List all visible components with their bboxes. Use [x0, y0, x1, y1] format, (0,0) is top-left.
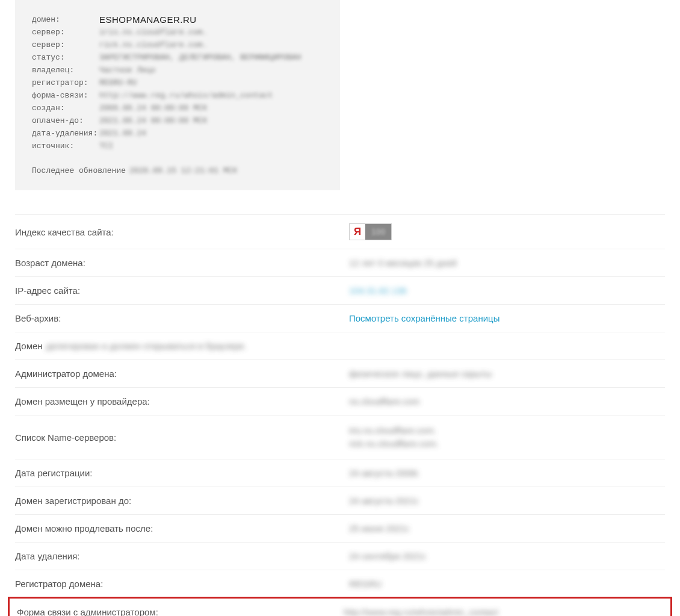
- info-label: Веб-архив:: [15, 313, 349, 323]
- whois-value: iris.ns.cloudflare.com.: [99, 26, 323, 39]
- whois-value: http://www.reg.ru/whois/admin_contact: [99, 89, 323, 102]
- whois-row: форма-связи: http://www.reg.ru/whois/adm…: [32, 89, 323, 102]
- whois-label: сервер:: [32, 26, 99, 39]
- info-row-contact-form: Форма связи с администратором: http://ww…: [8, 597, 672, 616]
- whois-label: создан:: [32, 102, 99, 114]
- whois-label: владелец:: [32, 64, 99, 76]
- ns-value-1: iris.ns.cloudflare.com.: [349, 424, 665, 437]
- whois-row: сервер: iris.ns.cloudflare.com.: [32, 26, 323, 39]
- contact-form-value: http://www.reg.ru/whois/admin_contact: [344, 607, 663, 616]
- info-list: Индекс качества сайта: Я 100 Возраст дом…: [15, 214, 665, 616]
- domain-status-value: делегирован и должен открываться в брауз…: [46, 341, 247, 351]
- whois-domain-value: ESHOPMANAGER.RU: [99, 13, 323, 26]
- info-label: Индекс качества сайта:: [15, 227, 349, 237]
- info-label: Дата удаления:: [15, 551, 349, 561]
- whois-label: оплачен-до:: [32, 114, 99, 127]
- whois-row: домен: ESHOPMANAGER.RU: [32, 13, 323, 26]
- yandex-badge-container: Я 100: [349, 223, 665, 240]
- whois-label: форма-связи:: [32, 89, 99, 102]
- whois-row: источник: TCI: [32, 140, 323, 152]
- info-row-registrar: Регистратор домена: REGRU: [15, 570, 665, 598]
- whois-row: дата-удаления: 2021.09.24: [32, 127, 323, 140]
- info-label: Регистратор домена:: [15, 579, 349, 589]
- info-row-reg-until: Домен зарегистрирован до: 24 августа 202…: [15, 487, 665, 515]
- info-row-nameservers: Список Name-серверов: iris.ns.cloudflare…: [15, 415, 665, 459]
- reg-date-value: 24 августа 2008г.: [349, 468, 665, 478]
- whois-value: rick.ns.cloudflare.com.: [99, 39, 323, 51]
- web-archive-link[interactable]: Посмотреть сохранённые страницы: [349, 313, 665, 323]
- info-label: IP-адрес сайта:: [15, 285, 349, 296]
- whois-block: домен: ESHOPMANAGER.RU сервер: iris.ns.c…: [15, 0, 340, 190]
- whois-value: REGRU-RU: [99, 76, 323, 89]
- info-label: Домен размещен у провайдера:: [15, 396, 349, 406]
- whois-footer: Последнее обновление 2020.09.15 12:21:01…: [32, 164, 323, 177]
- whois-footer-value: 2020.09.15 12:21:01 МСК: [129, 164, 237, 177]
- info-label: Возраст домена:: [15, 258, 349, 268]
- delete-date-value: 24 сентября 2021г.: [349, 551, 665, 561]
- info-row-ip: IP-адрес сайта: 104.31.82.136: [15, 277, 665, 305]
- info-row-renew-after: Домен можно продлевать после: 25 июня 20…: [15, 515, 665, 543]
- renew-after-value: 25 июня 2021г.: [349, 523, 665, 534]
- whois-row: владелец: Частное Лицо: [32, 64, 323, 76]
- info-label: Список Name-серверов:: [15, 432, 349, 443]
- whois-value: 2021.08.24 00:00:00 МСК: [99, 114, 323, 127]
- whois-label: сервер:: [32, 39, 99, 51]
- whois-row: оплачен-до: 2021.08.24 00:00:00 МСК: [32, 114, 323, 127]
- whois-value: TCI: [99, 140, 323, 152]
- ns-value-2: rick.ns.cloudflare.com.: [349, 437, 665, 450]
- info-label: Домен можно продлевать после:: [15, 523, 349, 534]
- yandex-icon: Я: [350, 224, 365, 240]
- info-row-quality: Индекс качества сайта: Я 100: [15, 214, 665, 249]
- whois-value: ЗАРЕГИСТРИРОВАН, ДЕЛЕГИРОВАН, ВЕРИФИЦИРО…: [99, 51, 323, 64]
- whois-row: сервер: rick.ns.cloudflare.com.: [32, 39, 323, 51]
- whois-row: статус: ЗАРЕГИСТРИРОВАН, ДЕЛЕГИРОВАН, ВЕ…: [32, 51, 323, 64]
- registrar-value: REGRU: [349, 579, 665, 589]
- whois-row: регистратор: REGRU-RU: [32, 76, 323, 89]
- domain-status-prefix: Домен: [15, 341, 43, 351]
- admin-value: физическое лицо, данные скрыты: [349, 369, 665, 379]
- whois-footer-label: Последнее обновление: [32, 164, 126, 177]
- info-row-reg-date: Дата регистрации: 24 августа 2008г.: [15, 459, 665, 487]
- reg-until-value: 24 августа 2021г.: [349, 496, 665, 506]
- info-label: Форма связи с администратором:: [17, 607, 344, 616]
- whois-value: Частное Лицо: [99, 64, 323, 76]
- info-row-archive: Веб-архив: Посмотреть сохранённые страни…: [15, 305, 665, 332]
- whois-label: источник:: [32, 140, 99, 152]
- domain-age-value: 12 лет 0 месяцев 25 дней: [349, 258, 665, 268]
- whois-label: дата-удаления:: [32, 127, 99, 140]
- info-label: Домен зарегистрирован до:: [15, 496, 349, 506]
- info-label: Дата регистрации:: [15, 468, 349, 478]
- whois-row: создан: 2008.08.24 00:00:00 МСК: [32, 102, 323, 114]
- whois-label: регистратор:: [32, 76, 99, 89]
- info-row-provider: Домен размещен у провайдера: ns.cloudfla…: [15, 388, 665, 415]
- nameservers-value: iris.ns.cloudflare.com. rick.ns.cloudfla…: [349, 424, 665, 450]
- info-row-delete-date: Дата удаления: 24 сентября 2021г.: [15, 543, 665, 570]
- ip-address-link[interactable]: 104.31.82.136: [349, 285, 665, 296]
- info-label: Администратор домена:: [15, 369, 349, 379]
- info-row-admin: Администратор домена: физическое лицо, д…: [15, 360, 665, 388]
- whois-value: 2021.09.24: [99, 127, 323, 140]
- whois-label: домен:: [32, 13, 99, 26]
- whois-value: 2008.08.24 00:00:00 МСК: [99, 102, 323, 114]
- info-row-domain-status: Домен делегирован и должен открываться в…: [15, 332, 665, 360]
- provider-value: ns.cloudflare.com: [349, 396, 665, 406]
- info-row-age: Возраст домена: 12 лет 0 месяцев 25 дней: [15, 249, 665, 277]
- yandex-badge: Я 100: [349, 223, 392, 240]
- yandex-quality-value: 100: [365, 227, 391, 237]
- whois-label: статус:: [32, 51, 99, 64]
